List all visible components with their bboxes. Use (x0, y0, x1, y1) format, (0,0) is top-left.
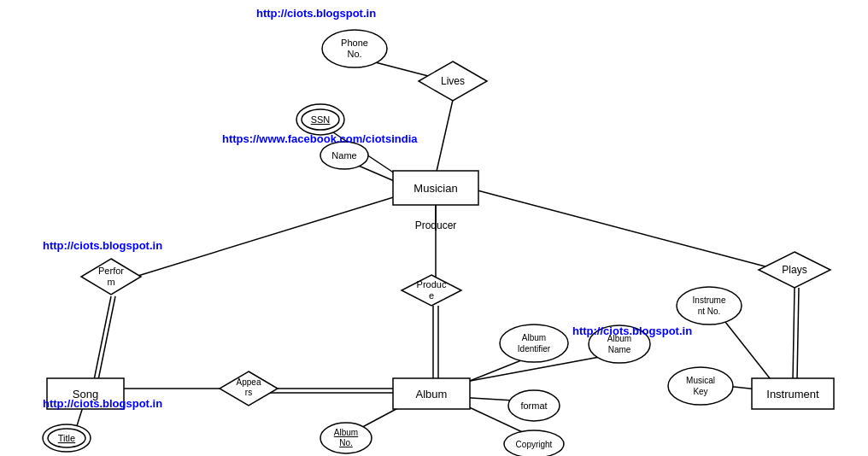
svg-text:Musician: Musician (413, 182, 457, 195)
svg-text:Phone: Phone (341, 38, 368, 48)
svg-text:Name: Name (608, 345, 631, 354)
svg-text:Produc: Produc (417, 279, 447, 289)
svg-text:nt No.: nt No. (698, 307, 721, 316)
svg-text:Song: Song (73, 388, 98, 400)
svg-text:Album: Album (522, 333, 546, 342)
svg-text:No.: No. (339, 438, 353, 447)
svg-text:e: e (429, 290, 434, 301)
svg-text:Copyright: Copyright (516, 440, 553, 449)
svg-text:Title: Title (58, 433, 75, 443)
svg-text:Key: Key (693, 387, 707, 396)
svg-point-68 (677, 287, 742, 324)
svg-line-21 (722, 318, 773, 383)
svg-line-6 (98, 296, 115, 380)
svg-text:Perfor: Perfor (98, 266, 124, 276)
svg-text:No.: No. (347, 49, 361, 59)
svg-line-10 (461, 186, 775, 269)
svg-text:Plays: Plays (782, 264, 806, 276)
svg-point-71 (668, 367, 733, 405)
svg-line-0 (436, 100, 453, 175)
svg-text:Appea: Appea (237, 377, 261, 387)
svg-text:Album: Album (607, 334, 631, 343)
svg-line-11 (793, 288, 795, 380)
svg-point-55 (500, 324, 568, 362)
svg-text:m: m (107, 277, 114, 287)
svg-text:rs: rs (245, 388, 252, 397)
svg-text:Instrument: Instrument (766, 388, 819, 400)
svg-text:format: format (520, 400, 547, 411)
diagram-container: Musician Song Album Instrument Lives Per… (0, 0, 868, 456)
svg-text:SSN: SSN (311, 114, 331, 125)
svg-text:Album: Album (334, 428, 358, 437)
svg-text:Name: Name (331, 150, 356, 161)
svg-text:Lives: Lives (441, 75, 465, 87)
svg-text:Musical: Musical (686, 376, 715, 385)
svg-text:Album: Album (416, 388, 448, 400)
svg-text:Instrume: Instrume (693, 295, 726, 305)
svg-line-4 (132, 192, 410, 278)
er-diagram-svg: Musician Song Album Instrument Lives Per… (0, 0, 868, 456)
svg-point-58 (589, 325, 650, 363)
svg-text:Producer: Producer (415, 219, 457, 231)
svg-text:Identifier: Identifier (518, 344, 551, 354)
svg-line-5 (94, 296, 111, 380)
svg-line-12 (797, 288, 799, 380)
